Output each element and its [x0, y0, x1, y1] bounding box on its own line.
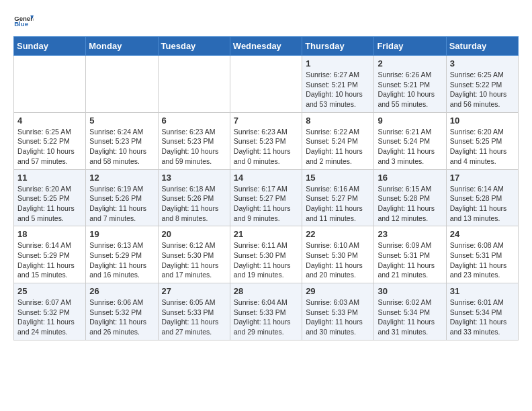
day-info: Sunrise: 6:04 AM Sunset: 5:33 PM Dayligh…	[234, 298, 298, 337]
day-number: 26	[89, 286, 154, 296]
day-number: 19	[89, 229, 154, 239]
calendar-cell: 10Sunrise: 6:20 AM Sunset: 5:25 PM Dayli…	[446, 112, 518, 169]
day-header-saturday: Saturday	[446, 37, 518, 56]
day-number: 10	[450, 116, 515, 126]
day-number: 23	[378, 229, 442, 239]
day-info: Sunrise: 6:24 AM Sunset: 5:23 PM Dayligh…	[89, 127, 154, 167]
calendar-cell: 22Sunrise: 6:10 AM Sunset: 5:30 PM Dayli…	[302, 226, 374, 283]
day-info: Sunrise: 6:19 AM Sunset: 5:26 PM Dayligh…	[89, 184, 154, 224]
calendar-cell: 14Sunrise: 6:17 AM Sunset: 5:27 PM Dayli…	[230, 169, 302, 226]
calendar-cell: 21Sunrise: 6:11 AM Sunset: 5:30 PM Dayli…	[230, 226, 302, 283]
calendar-cell	[14, 56, 86, 113]
calendar-week-row: 25Sunrise: 6:07 AM Sunset: 5:32 PM Dayli…	[14, 283, 519, 340]
calendar-table: SundayMondayTuesdayWednesdayThursdayFrid…	[13, 36, 519, 340]
calendar-cell: 27Sunrise: 6:05 AM Sunset: 5:33 PM Dayli…	[158, 283, 230, 340]
day-number: 24	[450, 229, 515, 239]
calendar-cell: 7Sunrise: 6:23 AM Sunset: 5:23 PM Daylig…	[230, 112, 302, 169]
calendar-cell: 19Sunrise: 6:13 AM Sunset: 5:29 PM Dayli…	[86, 226, 158, 283]
day-info: Sunrise: 6:16 AM Sunset: 5:27 PM Dayligh…	[306, 184, 370, 224]
day-info: Sunrise: 6:21 AM Sunset: 5:24 PM Dayligh…	[378, 127, 442, 167]
logo: General Blue	[13, 13, 34, 30]
day-number: 16	[378, 173, 442, 183]
calendar-cell: 4Sunrise: 6:25 AM Sunset: 5:22 PM Daylig…	[14, 112, 86, 169]
svg-text:Blue: Blue	[14, 20, 28, 28]
calendar-cell: 16Sunrise: 6:15 AM Sunset: 5:28 PM Dayli…	[374, 169, 446, 226]
page-header: General Blue	[13, 13, 519, 30]
day-info: Sunrise: 6:01 AM Sunset: 5:34 PM Dayligh…	[450, 298, 515, 337]
day-info: Sunrise: 6:23 AM Sunset: 5:23 PM Dayligh…	[234, 127, 298, 167]
calendar-cell: 26Sunrise: 6:06 AM Sunset: 5:32 PM Dayli…	[86, 283, 158, 340]
day-number: 1	[306, 58, 370, 68]
day-number: 12	[89, 173, 154, 183]
day-number: 6	[162, 116, 226, 126]
day-number: 17	[450, 173, 515, 183]
day-number: 29	[306, 286, 370, 296]
day-info: Sunrise: 6:05 AM Sunset: 5:33 PM Dayligh…	[162, 298, 226, 337]
day-info: Sunrise: 6:22 AM Sunset: 5:24 PM Dayligh…	[306, 127, 370, 167]
day-header-monday: Monday	[86, 37, 158, 56]
day-info: Sunrise: 6:02 AM Sunset: 5:34 PM Dayligh…	[378, 298, 442, 337]
logo-icon: General Blue	[13, 13, 34, 30]
calendar-cell: 25Sunrise: 6:07 AM Sunset: 5:32 PM Dayli…	[14, 283, 86, 340]
calendar-cell: 6Sunrise: 6:23 AM Sunset: 5:23 PM Daylig…	[158, 112, 230, 169]
day-number: 25	[17, 286, 82, 296]
day-info: Sunrise: 6:13 AM Sunset: 5:29 PM Dayligh…	[89, 240, 154, 280]
calendar-cell	[230, 56, 302, 113]
calendar-cell	[86, 56, 158, 113]
day-number: 18	[17, 229, 82, 239]
day-info: Sunrise: 6:03 AM Sunset: 5:33 PM Dayligh…	[306, 298, 370, 337]
day-number: 21	[234, 229, 298, 239]
day-info: Sunrise: 6:25 AM Sunset: 5:22 PM Dayligh…	[450, 70, 515, 109]
day-header-sunday: Sunday	[14, 37, 86, 56]
day-number: 27	[162, 286, 226, 296]
calendar-cell: 2Sunrise: 6:26 AM Sunset: 5:21 PM Daylig…	[374, 56, 446, 113]
day-number: 20	[162, 229, 226, 239]
day-number: 15	[306, 173, 370, 183]
day-info: Sunrise: 6:17 AM Sunset: 5:27 PM Dayligh…	[234, 184, 298, 224]
calendar-cell: 5Sunrise: 6:24 AM Sunset: 5:23 PM Daylig…	[86, 112, 158, 169]
calendar-cell: 30Sunrise: 6:02 AM Sunset: 5:34 PM Dayli…	[374, 283, 446, 340]
calendar-cell: 18Sunrise: 6:14 AM Sunset: 5:29 PM Dayli…	[14, 226, 86, 283]
day-number: 22	[306, 229, 370, 239]
day-number: 2	[378, 58, 442, 68]
day-number: 11	[17, 173, 82, 183]
calendar-cell: 29Sunrise: 6:03 AM Sunset: 5:33 PM Dayli…	[302, 283, 374, 340]
day-info: Sunrise: 6:08 AM Sunset: 5:31 PM Dayligh…	[450, 240, 515, 280]
calendar-week-row: 11Sunrise: 6:20 AM Sunset: 5:25 PM Dayli…	[14, 169, 519, 226]
day-info: Sunrise: 6:18 AM Sunset: 5:26 PM Dayligh…	[162, 184, 226, 224]
day-info: Sunrise: 6:15 AM Sunset: 5:28 PM Dayligh…	[378, 184, 442, 224]
day-info: Sunrise: 6:20 AM Sunset: 5:25 PM Dayligh…	[450, 127, 515, 167]
calendar-cell: 1Sunrise: 6:27 AM Sunset: 5:21 PM Daylig…	[302, 56, 374, 113]
day-header-wednesday: Wednesday	[230, 37, 302, 56]
calendar-cell: 11Sunrise: 6:20 AM Sunset: 5:25 PM Dayli…	[14, 169, 86, 226]
day-number: 30	[378, 286, 442, 296]
calendar-cell	[158, 56, 230, 113]
calendar-cell: 24Sunrise: 6:08 AM Sunset: 5:31 PM Dayli…	[446, 226, 518, 283]
calendar-cell: 28Sunrise: 6:04 AM Sunset: 5:33 PM Dayli…	[230, 283, 302, 340]
calendar-cell: 20Sunrise: 6:12 AM Sunset: 5:30 PM Dayli…	[158, 226, 230, 283]
calendar-cell: 12Sunrise: 6:19 AM Sunset: 5:26 PM Dayli…	[86, 169, 158, 226]
day-number: 9	[378, 116, 442, 126]
day-info: Sunrise: 6:23 AM Sunset: 5:23 PM Dayligh…	[162, 127, 226, 167]
calendar-cell: 15Sunrise: 6:16 AM Sunset: 5:27 PM Dayli…	[302, 169, 374, 226]
day-info: Sunrise: 6:25 AM Sunset: 5:22 PM Dayligh…	[17, 127, 82, 167]
calendar-week-row: 1Sunrise: 6:27 AM Sunset: 5:21 PM Daylig…	[14, 56, 519, 113]
day-info: Sunrise: 6:06 AM Sunset: 5:32 PM Dayligh…	[89, 298, 154, 337]
calendar-week-row: 4Sunrise: 6:25 AM Sunset: 5:22 PM Daylig…	[14, 112, 519, 169]
calendar-cell: 23Sunrise: 6:09 AM Sunset: 5:31 PM Dayli…	[374, 226, 446, 283]
calendar-cell: 31Sunrise: 6:01 AM Sunset: 5:34 PM Dayli…	[446, 283, 518, 340]
day-info: Sunrise: 6:14 AM Sunset: 5:29 PM Dayligh…	[17, 240, 82, 280]
day-info: Sunrise: 6:20 AM Sunset: 5:25 PM Dayligh…	[17, 184, 82, 224]
calendar-cell: 3Sunrise: 6:25 AM Sunset: 5:22 PM Daylig…	[446, 56, 518, 113]
day-info: Sunrise: 6:10 AM Sunset: 5:30 PM Dayligh…	[306, 240, 370, 280]
day-header-tuesday: Tuesday	[158, 37, 230, 56]
day-number: 7	[234, 116, 298, 126]
day-number: 8	[306, 116, 370, 126]
day-info: Sunrise: 6:07 AM Sunset: 5:32 PM Dayligh…	[17, 298, 82, 337]
calendar-cell: 17Sunrise: 6:14 AM Sunset: 5:28 PM Dayli…	[446, 169, 518, 226]
day-number: 14	[234, 173, 298, 183]
calendar-header-row: SundayMondayTuesdayWednesdayThursdayFrid…	[14, 37, 519, 56]
day-number: 4	[17, 116, 82, 126]
day-number: 28	[234, 286, 298, 296]
day-info: Sunrise: 6:09 AM Sunset: 5:31 PM Dayligh…	[378, 240, 442, 280]
